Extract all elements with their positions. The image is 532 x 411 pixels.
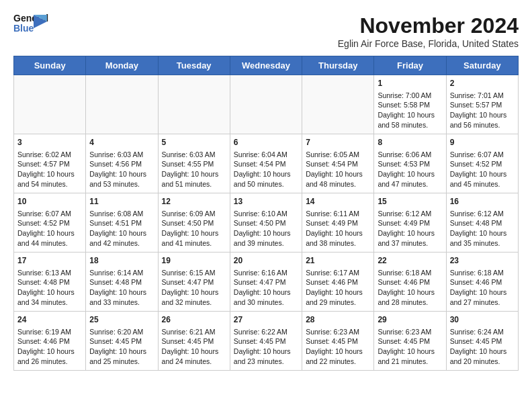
daylight-text: Daylight: 10 hours and 50 minutes. (234, 170, 291, 188)
sunset-text: Sunset: 4:54 PM (234, 160, 286, 168)
sunrise-text: Sunrise: 6:23 AM (378, 328, 431, 336)
sunrise-text: Sunrise: 6:07 AM (450, 150, 504, 158)
sunset-text: Sunset: 4:45 PM (378, 337, 430, 345)
day-number: 2 (450, 78, 515, 89)
daylight-text: Daylight: 10 hours and 37 minutes. (378, 229, 435, 247)
day-number: 14 (306, 196, 370, 208)
daylight-text: Daylight: 10 hours and 41 minutes. (162, 229, 219, 247)
sunset-text: Sunset: 5:57 PM (450, 101, 502, 109)
col-monday: Monday (86, 56, 158, 75)
page-header: General Blue November 2024 Eglin Air For… (13, 13, 519, 49)
sunrise-text: Sunrise: 6:10 AM (234, 210, 287, 218)
calendar-cell: 8Sunrise: 6:06 AMSunset: 4:53 PMDaylight… (374, 134, 446, 193)
sunset-text: Sunset: 4:48 PM (89, 278, 142, 286)
sunrise-text: Sunrise: 6:18 AM (378, 269, 431, 277)
day-number: 20 (234, 255, 298, 267)
calendar-cell: 19Sunrise: 6:15 AMSunset: 4:47 PMDayligh… (158, 253, 230, 312)
day-number: 7 (306, 137, 370, 148)
daylight-text: Daylight: 10 hours and 35 minutes. (450, 229, 507, 247)
daylight-text: Daylight: 10 hours and 28 minutes. (378, 288, 435, 306)
sunset-text: Sunset: 4:52 PM (450, 160, 502, 168)
day-number: 12 (162, 196, 226, 208)
daylight-text: Daylight: 10 hours and 44 minutes. (17, 229, 75, 247)
daylight-text: Daylight: 10 hours and 58 minutes. (378, 111, 435, 129)
calendar-cell: 18Sunrise: 6:14 AMSunset: 4:48 PMDayligh… (86, 253, 158, 312)
sunrise-text: Sunrise: 6:17 AM (306, 269, 359, 277)
sunrise-text: Sunrise: 6:12 AM (378, 210, 431, 218)
sunset-text: Sunset: 4:47 PM (162, 278, 214, 286)
calendar-cell: 28Sunrise: 6:23 AMSunset: 4:45 PMDayligh… (302, 312, 374, 371)
sunrise-text: Sunrise: 6:22 AM (234, 328, 287, 336)
sunset-text: Sunset: 4:45 PM (306, 337, 358, 345)
day-number: 6 (234, 137, 298, 148)
daylight-text: Daylight: 10 hours and 45 minutes. (450, 170, 507, 188)
day-number: 26 (162, 314, 226, 326)
calendar-cell: 14Sunrise: 6:11 AMSunset: 4:49 PMDayligh… (302, 193, 374, 253)
day-number: 22 (378, 255, 442, 267)
sunset-text: Sunset: 4:46 PM (450, 278, 502, 286)
sunset-text: Sunset: 4:45 PM (450, 337, 502, 345)
day-number: 16 (450, 196, 515, 208)
sunrise-text: Sunrise: 6:03 AM (162, 150, 216, 158)
title-area: November 2024 Eglin Air Force Base, Flor… (338, 13, 519, 49)
col-sunday: Sunday (14, 56, 86, 75)
calendar-cell: 27Sunrise: 6:22 AMSunset: 4:45 PMDayligh… (230, 312, 302, 371)
day-number: 18 (89, 255, 154, 267)
sunrise-text: Sunrise: 6:15 AM (162, 269, 216, 277)
day-number: 30 (450, 314, 515, 326)
calendar-week-2: 3Sunrise: 6:02 AMSunset: 4:57 PMDaylight… (14, 134, 519, 193)
calendar-cell: 26Sunrise: 6:21 AMSunset: 4:45 PMDayligh… (158, 312, 230, 371)
sunrise-text: Sunrise: 6:13 AM (17, 269, 71, 277)
daylight-text: Daylight: 10 hours and 25 minutes. (89, 347, 146, 365)
day-number: 3 (17, 137, 82, 148)
calendar-cell: 2Sunrise: 7:01 AMSunset: 5:57 PMDaylight… (446, 75, 518, 134)
sunset-text: Sunset: 4:48 PM (17, 278, 70, 286)
day-number: 21 (306, 255, 370, 267)
day-number: 24 (17, 314, 82, 326)
calendar-cell (86, 75, 158, 134)
daylight-text: Daylight: 10 hours and 42 minutes. (89, 229, 146, 247)
calendar-cell (14, 75, 86, 134)
day-number: 27 (234, 314, 298, 326)
calendar-cell: 23Sunrise: 6:18 AMSunset: 4:46 PMDayligh… (446, 253, 518, 312)
calendar-cell: 22Sunrise: 6:18 AMSunset: 4:46 PMDayligh… (374, 253, 446, 312)
daylight-text: Daylight: 10 hours and 51 minutes. (162, 170, 219, 188)
col-friday: Friday (374, 56, 446, 75)
day-number: 8 (378, 137, 442, 148)
day-number: 23 (450, 255, 515, 267)
calendar-week-5: 24Sunrise: 6:19 AMSunset: 4:46 PMDayligh… (14, 312, 519, 371)
day-number: 28 (306, 314, 370, 326)
daylight-text: Daylight: 10 hours and 20 minutes. (450, 347, 507, 365)
calendar-cell: 25Sunrise: 6:20 AMSunset: 4:45 PMDayligh… (86, 312, 158, 371)
sunset-text: Sunset: 4:56 PM (89, 160, 142, 168)
sunrise-text: Sunrise: 6:24 AM (450, 328, 504, 336)
daylight-text: Daylight: 10 hours and 47 minutes. (378, 170, 435, 188)
daylight-text: Daylight: 10 hours and 33 minutes. (89, 288, 146, 306)
day-number: 1 (378, 78, 442, 89)
daylight-text: Daylight: 10 hours and 26 minutes. (17, 347, 75, 365)
daylight-text: Daylight: 10 hours and 53 minutes. (89, 170, 146, 188)
calendar-cell: 17Sunrise: 6:13 AMSunset: 4:48 PMDayligh… (14, 253, 86, 312)
sunset-text: Sunset: 4:45 PM (89, 337, 142, 345)
sunrise-text: Sunrise: 6:05 AM (306, 150, 359, 158)
calendar-cell: 3Sunrise: 6:02 AMSunset: 4:57 PMDaylight… (14, 134, 86, 193)
calendar-cell: 30Sunrise: 6:24 AMSunset: 4:45 PMDayligh… (446, 312, 518, 371)
daylight-text: Daylight: 10 hours and 22 minutes. (306, 347, 363, 365)
calendar-cell: 1Sunrise: 7:00 AMSunset: 5:58 PMDaylight… (374, 75, 446, 134)
sunrise-text: Sunrise: 6:12 AM (450, 210, 504, 218)
sunset-text: Sunset: 4:46 PM (306, 278, 358, 286)
col-thursday: Thursday (302, 56, 374, 75)
logo: General Blue (13, 13, 42, 39)
daylight-text: Daylight: 10 hours and 39 minutes. (234, 229, 291, 247)
daylight-text: Daylight: 10 hours and 30 minutes. (234, 288, 291, 306)
month-title: November 2024 (338, 13, 519, 38)
sunset-text: Sunset: 4:45 PM (162, 337, 214, 345)
calendar-week-4: 17Sunrise: 6:13 AMSunset: 4:48 PMDayligh… (14, 253, 519, 312)
daylight-text: Daylight: 10 hours and 38 minutes. (306, 229, 363, 247)
sunrise-text: Sunrise: 6:08 AM (89, 210, 143, 218)
sunrise-text: Sunrise: 6:14 AM (89, 269, 143, 277)
calendar-cell: 9Sunrise: 6:07 AMSunset: 4:52 PMDaylight… (446, 134, 518, 193)
col-tuesday: Tuesday (158, 56, 230, 75)
sunset-text: Sunset: 4:47 PM (234, 278, 286, 286)
daylight-text: Daylight: 10 hours and 34 minutes. (17, 288, 75, 306)
